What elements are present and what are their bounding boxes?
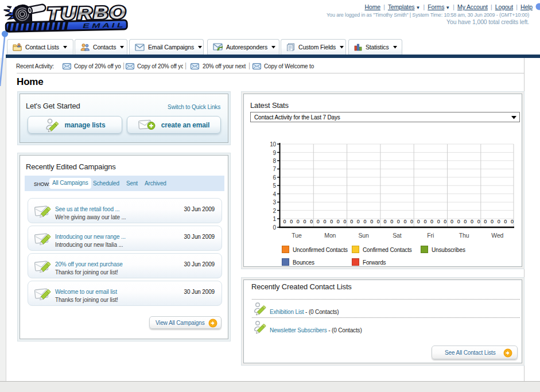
- svg-text:10: 10: [270, 141, 276, 148]
- svg-text:0: 0: [390, 219, 393, 224]
- svg-text:0: 0: [397, 219, 400, 224]
- svg-text:4: 4: [273, 191, 277, 197]
- svg-text:0: 0: [383, 219, 386, 224]
- svg-text:0: 0: [317, 219, 320, 224]
- svg-text:8: 8: [273, 158, 277, 164]
- svg-text:1: 1: [273, 216, 277, 222]
- svg-text:7: 7: [273, 166, 277, 172]
- svg-text:0: 0: [363, 219, 366, 224]
- svg-text:Fri: Fri: [427, 232, 434, 239]
- svg-text:0: 0: [350, 219, 353, 224]
- svg-text:0: 0: [504, 219, 507, 224]
- svg-text:0: 0: [304, 219, 306, 224]
- svg-text:0: 0: [297, 219, 300, 224]
- svg-text:0: 0: [450, 219, 453, 224]
- svg-text:0: 0: [410, 219, 413, 224]
- svg-text:0: 0: [330, 219, 333, 224]
- svg-text:Thu: Thu: [459, 232, 469, 239]
- svg-text:0: 0: [310, 219, 313, 224]
- svg-text:5: 5: [273, 183, 277, 189]
- svg-text:6: 6: [273, 174, 277, 181]
- svg-text:2: 2: [273, 208, 277, 214]
- svg-text:0: 0: [471, 219, 473, 224]
- svg-text:0: 0: [437, 219, 440, 224]
- svg-text:TURBO: TURBO: [46, 2, 127, 24]
- svg-text:0: 0: [457, 219, 460, 224]
- svg-text:0: 0: [343, 219, 346, 224]
- svg-text:Mon: Mon: [324, 232, 336, 239]
- svg-text:0: 0: [430, 219, 433, 224]
- svg-text:Sun: Sun: [358, 232, 369, 239]
- svg-text:9: 9: [273, 150, 277, 156]
- svg-text:0: 0: [464, 219, 467, 224]
- svg-text:0: 0: [491, 219, 494, 224]
- svg-text:0: 0: [417, 219, 420, 224]
- svg-text:Tue: Tue: [292, 232, 302, 239]
- svg-text:Wed: Wed: [491, 232, 503, 239]
- svg-text:0: 0: [337, 219, 340, 224]
- svg-text:0: 0: [290, 219, 293, 224]
- svg-text:Sat: Sat: [393, 232, 402, 239]
- svg-text:0: 0: [370, 219, 373, 224]
- svg-text:0: 0: [283, 219, 286, 224]
- svg-text:0: 0: [403, 219, 406, 224]
- svg-text:0: 0: [498, 219, 500, 224]
- svg-text:0: 0: [444, 219, 446, 224]
- svg-text:0: 0: [424, 219, 426, 224]
- svg-text:0: 0: [377, 219, 380, 224]
- svg-text:0: 0: [477, 219, 480, 224]
- svg-text:3: 3: [273, 199, 277, 205]
- svg-text:0: 0: [324, 219, 327, 224]
- svg-text:0: 0: [511, 219, 514, 224]
- svg-text:0: 0: [357, 219, 360, 224]
- svg-text:0: 0: [273, 224, 277, 231]
- svg-text:0: 0: [484, 219, 487, 224]
